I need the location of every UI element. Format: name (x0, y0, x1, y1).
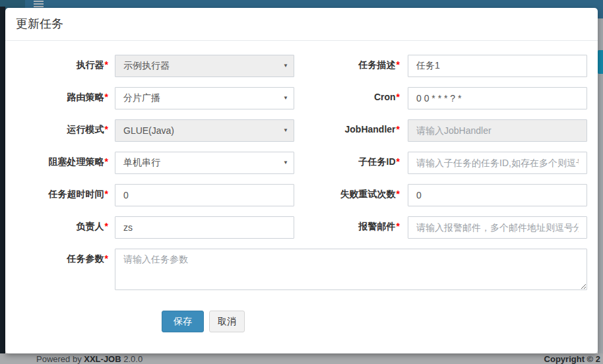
route-strategy-select[interactable]: 分片广播 ▼ (115, 87, 294, 109)
fail-retry-label: 失败重试次数* (300, 184, 400, 206)
required-mark: * (397, 156, 400, 167)
required-mark: * (397, 189, 400, 199)
required-mark: * (105, 221, 108, 231)
required-mark: * (105, 156, 108, 167)
modal-title: 更新任务 (16, 17, 587, 30)
background-sidebar-strip (0, 7, 5, 353)
author-input[interactable] (115, 216, 294, 239)
cron-input[interactable] (408, 87, 587, 109)
required-mark: * (397, 221, 400, 231)
executor-select-value: 示例执行器 (123, 60, 170, 72)
required-mark: * (397, 124, 400, 135)
modal-body: 执行器* 示例执行器 ▼ 任务描述* 路由策略* 分片广播 ▼ Cron* (5, 41, 598, 332)
powered-by-text: Powered by XXL-JOB 2.0.0 (36, 354, 143, 364)
block-strategy-select-value: 单机串行 (123, 157, 160, 169)
required-mark: * (105, 92, 108, 102)
block-strategy-label: 阻塞处理策略* (16, 152, 108, 174)
cancel-button[interactable]: 取消 (209, 311, 245, 332)
required-mark: * (105, 59, 108, 70)
route-strategy-label: 路由策略* (16, 87, 108, 109)
form-row: 负责人* 报警邮件* (16, 216, 587, 239)
page-footer: Powered by XXL-JOB 2.0.0 Copyright © 2 (0, 353, 603, 364)
executor-label: 执行器* (16, 55, 108, 77)
route-strategy-select-value: 分片广播 (123, 92, 160, 104)
required-mark: * (105, 189, 108, 199)
cron-label: Cron* (300, 87, 400, 109)
dropdown-arrow-icon: ▼ (283, 95, 288, 102)
job-handler-label: JobHandler* (300, 119, 400, 142)
job-desc-input[interactable] (408, 55, 587, 77)
brand-text: XXL-JOB (84, 354, 121, 364)
copyright-text: Copyright © 2 (544, 354, 600, 364)
required-mark: * (105, 253, 108, 264)
dropdown-arrow-icon: ▼ (283, 127, 288, 134)
fail-retry-input[interactable] (408, 184, 587, 206)
alarm-email-label: 报警邮件* (300, 216, 400, 239)
child-jobid-label: 子任务ID* (300, 152, 400, 174)
executor-select: 示例执行器 ▼ (115, 55, 294, 77)
modal-header: 更新任务 (5, 8, 598, 41)
required-mark: * (397, 92, 400, 102)
glue-type-select: GLUE(Java) ▼ (115, 119, 294, 142)
background-button-fragment (598, 50, 603, 74)
job-param-label: 任务参数* (16, 249, 108, 292)
form-row: 任务参数* (16, 249, 587, 292)
required-mark: * (105, 124, 108, 135)
modal-actions: 保存 取消 (162, 311, 587, 332)
job-param-textarea[interactable] (115, 249, 587, 290)
save-button[interactable]: 保存 (162, 311, 204, 332)
form-row: 执行器* 示例执行器 ▼ 任务描述* (16, 55, 587, 77)
form-row: 运行模式* GLUE(Java) ▼ JobHandler* (16, 119, 587, 142)
required-mark: * (397, 59, 400, 70)
author-label: 负责人* (16, 216, 108, 239)
child-jobid-input[interactable] (408, 152, 587, 174)
update-job-modal: 更新任务 执行器* 示例执行器 ▼ 任务描述* 路由策略* 分片广播 ▼ (5, 8, 598, 353)
timeout-input[interactable] (115, 184, 294, 206)
form-row: 任务超时时间* 失败重试次数* (16, 184, 587, 206)
dropdown-arrow-icon: ▼ (283, 160, 288, 166)
glue-type-select-value: GLUE(Java) (123, 125, 174, 136)
block-strategy-select[interactable]: 单机串行 ▼ (115, 152, 294, 174)
alarm-email-input[interactable] (408, 216, 587, 239)
job-desc-label: 任务描述* (300, 55, 400, 77)
form-row: 阻塞处理策略* 单机串行 ▼ 子任务ID* (16, 152, 587, 174)
job-handler-input (408, 119, 587, 142)
form-row: 路由策略* 分片广播 ▼ Cron* (16, 87, 587, 109)
timeout-label: 任务超时时间* (16, 184, 108, 206)
dropdown-arrow-icon: ▼ (283, 63, 288, 69)
glue-type-label: 运行模式* (16, 119, 108, 142)
